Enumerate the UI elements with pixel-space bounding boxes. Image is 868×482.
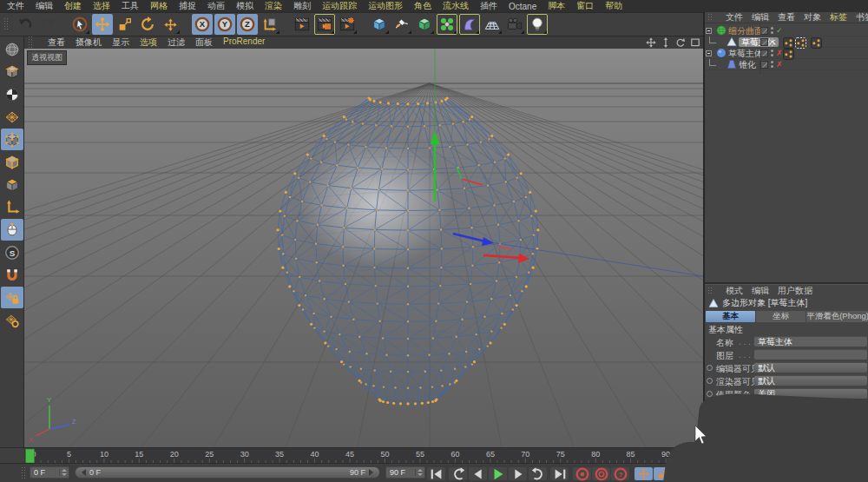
key-rotation-icon[interactable] — [673, 467, 691, 480]
object-row[interactable]: 草莓主体 — [705, 36, 868, 48]
object-name[interactable]: 细分曲面 — [728, 26, 763, 36]
end-frame-field[interactable]: 90 F — [385, 466, 425, 479]
current-frame-field[interactable]: 0 F — [30, 466, 69, 479]
model-mode-icon[interactable] — [1, 61, 23, 83]
render-picture-viewer-icon[interactable] — [314, 14, 335, 35]
scale-icon[interactable] — [115, 14, 135, 35]
object-row[interactable]: 草莓主体✗ — [705, 48, 868, 59]
taper-deformer-icon[interactable] — [727, 59, 737, 69]
last-tool-icon[interactable] — [160, 14, 181, 35]
mograph-icon[interactable] — [437, 14, 457, 35]
object-manager-menu-item[interactable]: 编辑 — [752, 11, 769, 23]
object-name[interactable]: 锥化 — [739, 60, 756, 69]
orbit-icon[interactable] — [674, 37, 686, 49]
drag-grip[interactable] — [21, 466, 26, 480]
light-icon[interactable] — [527, 14, 548, 35]
point-selection-tag-icon[interactable] — [783, 37, 792, 47]
record-objects-icon[interactable] — [573, 467, 591, 480]
viewport-menu-item[interactable]: ProRender — [223, 36, 265, 49]
menubar-item[interactable]: 模拟 — [236, 0, 253, 12]
enabled-check-icon[interactable]: ✓ — [776, 25, 783, 36]
viewport-solo-icon[interactable] — [1, 219, 23, 241]
menubar-item[interactable]: 选择 — [93, 0, 110, 12]
visibility-dots[interactable] — [771, 48, 774, 59]
render-settings-icon[interactable] — [337, 14, 358, 35]
deformer-icon[interactable] — [459, 14, 480, 35]
tab-inactive[interactable]: 坐标 — [756, 311, 806, 322]
dolly-icon[interactable] — [660, 37, 671, 49]
axis-mode-icon[interactable] — [1, 196, 23, 218]
edges-mode-icon[interactable] — [1, 151, 23, 173]
object-manager-menu-item[interactable]: 书签 — [856, 11, 868, 23]
menubar-item[interactable]: 脚本 — [548, 0, 565, 12]
layer-swatch[interactable] — [760, 50, 768, 57]
layer-swatch[interactable] — [760, 27, 768, 35]
menubar-item[interactable]: 运动图形 — [368, 0, 403, 12]
menubar-item[interactable]: 角色 — [414, 0, 431, 12]
expand-toggle[interactable] — [706, 28, 712, 34]
tab-active[interactable]: 基本 — [706, 311, 755, 322]
point-selection-tag-icon[interactable] — [783, 49, 792, 58]
workplane-mode-icon[interactable] — [1, 106, 23, 128]
axis-x-lock-icon[interactable]: X — [192, 14, 213, 35]
point-selection-tag-icon[interactable] — [811, 37, 820, 47]
drag-grip[interactable] — [707, 13, 713, 22]
polygon-object-icon[interactable] — [727, 36, 737, 47]
input-名称[interactable]: 草莓主体 — [754, 336, 867, 347]
goto-end-icon[interactable] — [550, 467, 569, 480]
floor-icon[interactable] — [482, 14, 503, 35]
point-selection-tag-icon[interactable] — [795, 37, 805, 47]
menubar-item[interactable]: 工具 — [122, 0, 139, 12]
key-scale-icon[interactable] — [654, 467, 672, 480]
visibility-dots[interactable] — [771, 36, 774, 48]
viewport-canvas[interactable]: YXZ — [24, 49, 703, 447]
object-manager-menu-item[interactable]: 对象 — [804, 11, 821, 23]
viewport-label[interactable]: 透视视图 — [27, 50, 67, 65]
pan-icon[interactable] — [645, 37, 656, 49]
timeline-ruler[interactable]: 051015202530354045505560657075808590 — [24, 447, 703, 463]
undo-icon[interactable] — [15, 14, 36, 35]
disabled-cross-icon[interactable]: ✗ — [776, 48, 783, 59]
viewport-menu-item[interactable]: 面板 — [195, 36, 213, 49]
key-position-icon[interactable] — [635, 467, 653, 480]
prev-frame-icon[interactable] — [469, 467, 487, 480]
rotate-icon[interactable] — [137, 14, 158, 35]
menubar-item[interactable]: 流水线 — [443, 0, 469, 12]
layer-swatch[interactable] — [760, 38, 768, 46]
menubar-item[interactable]: 窗口 — [576, 0, 594, 12]
subdivision-surface-icon[interactable] — [716, 25, 727, 36]
animation-dot[interactable] — [707, 391, 713, 397]
play-loop-forward-icon[interactable] — [529, 467, 547, 480]
object-name[interactable]: 草莓主体 — [728, 49, 763, 58]
subdivision-surface-icon[interactable] — [414, 14, 435, 35]
viewport-menu-item[interactable]: 查看 — [48, 36, 65, 49]
polygons-mode-icon[interactable] — [1, 174, 23, 195]
render-view-icon[interactable] — [292, 14, 312, 35]
visibility-dots[interactable] — [771, 59, 774, 70]
coordinate-system-icon[interactable] — [260, 14, 280, 35]
attribute-menu-item[interactable]: 用户数据 — [778, 285, 812, 297]
tab-inactive[interactable]: 平滑着色(Phong) — [806, 311, 868, 322]
live-selection-icon[interactable] — [69, 14, 90, 35]
pen-spline-icon[interactable] — [391, 14, 412, 35]
drag-grip[interactable] — [3, 17, 9, 31]
axis-y-lock-icon[interactable]: Y — [214, 14, 235, 35]
menubar-item[interactable]: Octane — [509, 2, 536, 11]
menubar-item[interactable]: 编辑 — [36, 0, 53, 12]
drag-grip[interactable] — [707, 287, 713, 295]
play-loop-back-icon[interactable] — [449, 467, 467, 480]
keyframe-selection-icon[interactable]: ? — [611, 467, 629, 480]
menubar-item[interactable]: 捕捉 — [179, 0, 196, 12]
points-mode-icon[interactable] — [1, 129, 23, 150]
redo-icon[interactable] — [37, 14, 58, 35]
lock-workplane-icon[interactable] — [1, 287, 23, 308]
next-frame-icon[interactable] — [509, 467, 527, 480]
dropdown-渲染器可见[interactable]: 默认 — [754, 375, 867, 386]
snap-icon[interactable]: S — [1, 241, 23, 263]
object-manager-menu-item[interactable]: 文件 — [726, 11, 743, 23]
object-row[interactable]: 细分曲面✓ — [705, 25, 868, 36]
magnet-icon[interactable] — [1, 264, 23, 286]
maximize-icon[interactable] — [689, 37, 700, 49]
animation-dot[interactable] — [707, 378, 713, 384]
play-forward-icon[interactable] — [489, 467, 507, 480]
